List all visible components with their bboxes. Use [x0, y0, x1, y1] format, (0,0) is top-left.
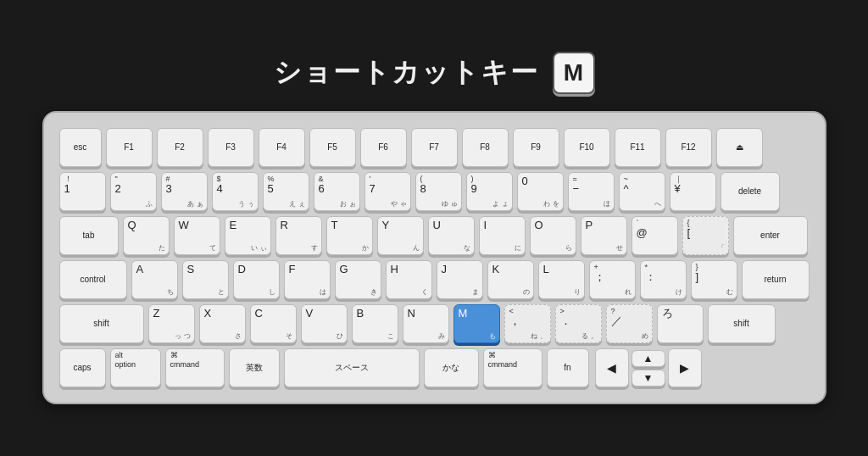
- key-arrow-down[interactable]: ▼: [632, 370, 665, 386]
- key-command_right[interactable]: ⌘cmmand: [483, 348, 542, 387]
- key-sub2-5: ぇ: [298, 201, 305, 208]
- key-g[interactable]: Gき: [335, 260, 381, 299]
- key-bracket_open[interactable]: {[「: [682, 216, 729, 255]
- key-sub-a: ち: [167, 289, 174, 296]
- key-sub-s: と: [218, 289, 225, 296]
- key-period[interactable]: >．る。: [555, 304, 602, 343]
- key-l[interactable]: Lり: [538, 260, 585, 299]
- key-command_left[interactable]: ⌘cmmand: [165, 348, 225, 387]
- key-f12[interactable]: F12: [665, 128, 712, 167]
- key-f3[interactable]: F3: [208, 128, 254, 167]
- key-7[interactable]: '7やゃ: [364, 172, 411, 211]
- key-8[interactable]: (8ゆゅ: [415, 172, 462, 211]
- key-w[interactable]: Wて: [174, 216, 220, 255]
- key-eject[interactable]: ⏏: [716, 128, 763, 167]
- key-f8[interactable]: F8: [462, 128, 509, 167]
- key-n[interactable]: Nみ: [403, 304, 449, 343]
- title-area: ショートカットキー M: [274, 52, 595, 94]
- key-y[interactable]: Yん: [377, 216, 424, 255]
- key-arrow-up[interactable]: ▲: [632, 350, 665, 367]
- key-option[interactable]: altoption: [110, 348, 161, 387]
- key-x[interactable]: Xさ: [199, 304, 246, 343]
- key-main-4: 4: [217, 183, 223, 194]
- key-top-bracket_close: }: [696, 264, 732, 271]
- key-u[interactable]: Uな: [428, 216, 475, 255]
- key-9[interactable]: )9よょ: [466, 172, 513, 211]
- key-main-yen: ¥: [675, 183, 681, 194]
- key-arrow-right[interactable]: ▶: [668, 348, 702, 387]
- key-c[interactable]: Cそ: [250, 304, 297, 343]
- key-f11[interactable]: F11: [615, 128, 661, 167]
- key-esc[interactable]: esc: [59, 128, 102, 167]
- key-sub-z: っ: [175, 333, 181, 340]
- key-main-b: B: [357, 308, 364, 319]
- key-label-f11: F11: [630, 143, 644, 152]
- key-f2[interactable]: F2: [157, 128, 203, 167]
- key-s[interactable]: Sと: [182, 260, 229, 299]
- key-e[interactable]: Eいぃ: [225, 216, 271, 255]
- key-delete[interactable]: delete: [721, 172, 780, 211]
- key-bracket_close[interactable]: }]む: [691, 260, 737, 299]
- key-1[interactable]: ！1: [59, 172, 106, 211]
- key-caps[interactable]: caps: [59, 348, 106, 387]
- key-o[interactable]: Oら: [530, 216, 576, 255]
- key-f9[interactable]: F9: [513, 128, 559, 167]
- key-i[interactable]: Iに: [479, 216, 526, 255]
- key-f[interactable]: Fは: [284, 260, 331, 299]
- key-eisu[interactable]: 英数: [229, 348, 280, 387]
- key-6[interactable]: &6おぉ: [314, 172, 360, 211]
- key-return[interactable]: return: [742, 260, 810, 299]
- key-tab[interactable]: tab: [59, 216, 119, 255]
- key-f10[interactable]: F10: [564, 128, 610, 167]
- key-5[interactable]: %5えぇ: [263, 172, 309, 211]
- key-z[interactable]: Zっつ: [148, 304, 195, 343]
- key-colon[interactable]: *：け: [640, 260, 687, 299]
- key-semicolon[interactable]: +；れ: [589, 260, 636, 299]
- key-main-f: F: [289, 264, 296, 275]
- key-label-f9: F9: [531, 143, 541, 152]
- key-d[interactable]: Dし: [233, 260, 280, 299]
- key-main-i: I: [484, 220, 487, 231]
- key-3[interactable]: #3あぁ: [161, 172, 208, 211]
- key-r[interactable]: Rす: [275, 216, 322, 255]
- key-backslash[interactable]: ろ: [657, 304, 704, 343]
- key-4[interactable]: $4うぅ: [212, 172, 259, 211]
- key-slash[interactable]: ?／め: [606, 304, 653, 343]
- key-main-backslash: ろ: [662, 308, 673, 319]
- key-h[interactable]: Hく: [386, 260, 432, 299]
- key-sub-q: た: [159, 245, 165, 252]
- key-shift_left[interactable]: shift: [59, 304, 144, 343]
- key-comma[interactable]: <，ね、: [504, 304, 551, 343]
- key-f6[interactable]: F6: [360, 128, 407, 167]
- key-shift_right[interactable]: shift: [708, 304, 776, 343]
- key-minus[interactable]: =−ほ: [568, 172, 615, 211]
- keyboard-container: escF1F2F3F4F5F6F7F8F9F10F11F12⏏！1"2ふ#3あぁ…: [42, 111, 826, 404]
- key-f5[interactable]: F5: [309, 128, 356, 167]
- key-f1[interactable]: F1: [106, 128, 153, 167]
- key-p[interactable]: Pせ: [581, 216, 627, 255]
- key-main-r: R: [281, 220, 288, 231]
- key-q[interactable]: Qた: [123, 216, 170, 255]
- key-enter[interactable]: enter: [733, 216, 808, 255]
- key-0[interactable]: 0わを: [517, 172, 564, 211]
- key-k[interactable]: Kの: [487, 260, 534, 299]
- key-f7[interactable]: F7: [411, 128, 458, 167]
- key-kana[interactable]: かな: [424, 348, 479, 387]
- key-at[interactable]: `@: [632, 216, 678, 255]
- key-j[interactable]: Jま: [437, 260, 483, 299]
- key-control[interactable]: control: [59, 260, 127, 299]
- key-arrow-left[interactable]: ◀: [595, 348, 629, 387]
- key-m[interactable]: Mも: [453, 304, 500, 343]
- key-sub-v: ひ: [337, 333, 343, 340]
- key-space[interactable]: スペース: [284, 348, 420, 387]
- key-f4[interactable]: F4: [259, 128, 305, 167]
- key-b[interactable]: Bこ: [352, 304, 398, 343]
- key-v[interactable]: Vひ: [301, 304, 348, 343]
- key-yen[interactable]: ｜¥: [670, 172, 716, 211]
- key-fn[interactable]: fn: [547, 348, 589, 387]
- key-sub-period: る: [581, 333, 588, 340]
- key-a[interactable]: Aち: [131, 260, 178, 299]
- key-2[interactable]: "2ふ: [110, 172, 157, 211]
- key-t[interactable]: Tか: [326, 216, 373, 255]
- key-caret[interactable]: ~^へ: [619, 172, 665, 211]
